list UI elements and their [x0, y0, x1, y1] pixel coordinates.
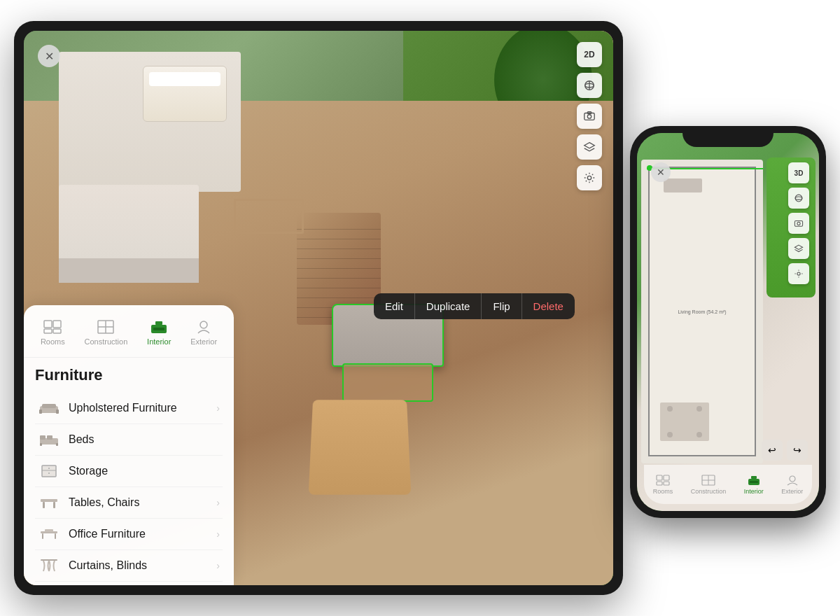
phone-dining-2d	[660, 402, 709, 441]
tab-rooms[interactable]: Rooms	[35, 316, 71, 349]
svg-rect-50	[794, 221, 802, 227]
dining-table[interactable]	[309, 400, 412, 495]
tablet-device: Edit Duplicate Flip Delete ✕ 2D	[14, 21, 623, 595]
svg-point-30	[48, 472, 50, 474]
tab-interior[interactable]: Interior	[141, 316, 176, 349]
svg-rect-25	[40, 443, 42, 446]
chair-mark	[667, 432, 673, 438]
curtains-chevron: ›	[216, 560, 220, 571]
phone-settings-button[interactable]	[788, 263, 809, 284]
orbit-button[interactable]	[577, 73, 602, 98]
svg-rect-16	[155, 321, 162, 325]
phone-tab-rooms[interactable]: Rooms	[653, 474, 673, 495]
furniture-item-rugs[interactable]: Rugs	[35, 582, 223, 585]
dining-area	[290, 375, 430, 515]
phone-tab-construction[interactable]: Construction	[691, 474, 727, 495]
phone-camera-button[interactable]	[788, 213, 809, 234]
construction-tab-label: Construction	[85, 337, 128, 346]
office-icon	[38, 526, 60, 542]
phone-tab-interior[interactable]: Interior	[744, 474, 764, 495]
svg-rect-54	[664, 475, 669, 480]
3d-view-button[interactable]: 3D	[788, 162, 809, 183]
kitchen-area	[59, 185, 199, 283]
svg-rect-55	[657, 482, 662, 485]
tables-chevron: ›	[216, 497, 220, 508]
svg-rect-8	[53, 321, 61, 328]
close-icon: ✕	[45, 50, 54, 63]
storage-label: Storage	[69, 465, 220, 477]
bed-pillows	[149, 72, 220, 86]
context-flip-button[interactable]: Flip	[482, 293, 522, 319]
tablet-screen: Edit Duplicate Flip Delete ✕ 2D	[24, 31, 613, 585]
svg-rect-36	[55, 533, 56, 539]
svg-rect-19	[42, 404, 56, 408]
view-controls-tablet: 2D	[577, 42, 602, 190]
bed-furniture	[143, 66, 227, 122]
svg-rect-21	[56, 410, 59, 414]
phone-screen: Living Room (54.2 m²) ✕ 3D	[637, 133, 819, 511]
svg-point-51	[797, 222, 800, 225]
svg-rect-9	[44, 329, 52, 333]
phone-close-button[interactable]: ✕	[651, 162, 671, 182]
phone-undo-redo: ↩ ↪	[762, 440, 808, 461]
stair-step	[297, 242, 381, 249]
svg-rect-20	[39, 410, 42, 414]
svg-rect-31	[41, 499, 57, 502]
phone-rooms-icon	[655, 474, 671, 486]
svg-rect-7	[44, 321, 52, 328]
furniture-item-storage[interactable]: Storage	[35, 456, 223, 487]
tab-exterior[interactable]: Exterior	[185, 316, 223, 349]
svg-rect-33	[53, 502, 55, 508]
context-delete-button[interactable]: Delete	[522, 293, 575, 319]
tables-label: Tables, Chairs	[69, 496, 216, 509]
tables-icon	[38, 494, 60, 511]
interior-icon	[149, 319, 169, 335]
bedroom-area	[59, 52, 241, 192]
layers-button[interactable]	[577, 134, 602, 160]
stair-step	[297, 223, 381, 230]
furniture-item-office[interactable]: Office Furniture ›	[35, 519, 223, 550]
svg-rect-10	[53, 329, 61, 333]
svg-rect-27	[42, 465, 56, 477]
svg-rect-37	[45, 529, 53, 532]
phone-room-outline: Living Room (54.2 m²)	[648, 167, 756, 456]
context-edit-button[interactable]: Edit	[374, 293, 415, 319]
redo-button[interactable]: ↪	[787, 440, 808, 461]
panel-title: Furniture	[35, 366, 223, 384]
phone-interior-icon	[746, 474, 762, 486]
phone-device: Living Room (54.2 m²) ✕ 3D	[630, 126, 826, 518]
construction-icon	[96, 319, 115, 335]
undo-button[interactable]: ↩	[762, 440, 783, 461]
furniture-item-upholstered[interactable]: Upholstered Furniture ›	[35, 393, 223, 424]
phone-tab-exterior[interactable]: Exterior	[781, 474, 803, 495]
tablet-close-button[interactable]: ✕	[38, 45, 60, 67]
svg-point-52	[797, 272, 800, 275]
view-controls-phone: 3D	[788, 162, 809, 284]
chair-mark	[667, 406, 673, 412]
furniture-item-tables[interactable]: Tables, Chairs ›	[35, 487, 223, 519]
svg-rect-62	[751, 476, 757, 479]
curtains-icon	[38, 557, 60, 574]
svg-rect-24	[47, 435, 52, 440]
stair-step	[297, 262, 381, 269]
svg-rect-32	[43, 502, 45, 508]
furniture-item-curtains[interactable]: Curtains, Blinds ›	[35, 550, 223, 582]
office-label: Office Furniture	[69, 528, 216, 540]
upholstered-label: Upholstered Furniture	[69, 402, 216, 414]
context-duplicate-button[interactable]: Duplicate	[415, 293, 482, 319]
svg-rect-26	[56, 443, 58, 446]
upholstered-icon	[38, 400, 60, 416]
settings-button[interactable]	[577, 165, 602, 190]
phone-layers-button[interactable]	[788, 238, 809, 259]
svg-point-49	[795, 197, 802, 200]
phone-floorplan: Living Room (54.2 m²)	[641, 160, 763, 463]
exterior-tab-label: Exterior	[190, 337, 217, 346]
rooms-icon	[43, 319, 62, 335]
2d-view-button[interactable]: 2D	[577, 42, 602, 67]
camera-button[interactable]	[577, 104, 602, 129]
tab-construction[interactable]: Construction	[79, 316, 134, 349]
svg-point-17	[200, 321, 207, 328]
phone-orbit-button[interactable]	[788, 188, 809, 209]
phone-bottom-nav: Rooms Construction	[644, 465, 812, 504]
furniture-item-beds[interactable]: Beds	[35, 424, 223, 456]
